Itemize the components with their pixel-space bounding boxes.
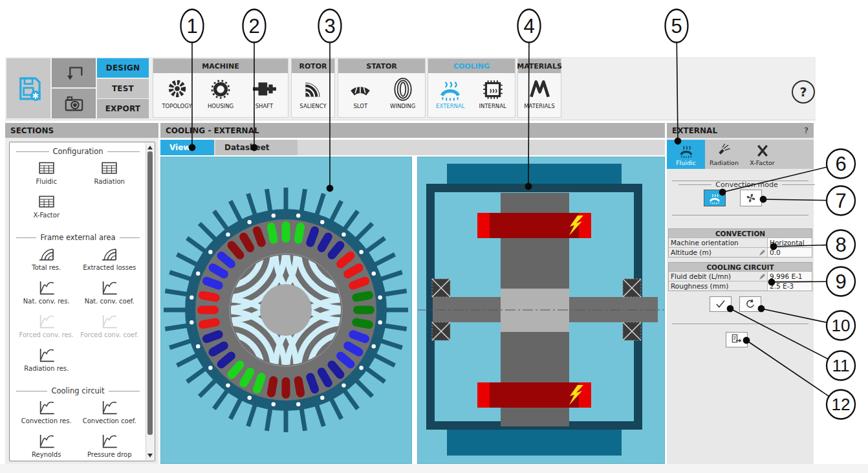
toolbar-item-saliency[interactable]: SALIENCY (293, 77, 333, 109)
section-item-nat-conv-coef[interactable]: Nat. conv. coef. (78, 277, 142, 311)
heat-icon (438, 77, 462, 102)
toolbar-item-materials[interactable]: MATERIALS (519, 77, 559, 109)
toolbar-item-label: HOUSING (208, 103, 233, 109)
callout-5: 5 (666, 10, 688, 43)
external-tab-fluidic[interactable]: Fluidic (667, 140, 705, 169)
svg-text:8: 8 (835, 234, 846, 256)
section-item-convection-coef[interactable]: Convection coef. (78, 397, 142, 430)
restore-button[interactable] (739, 296, 761, 312)
save-button[interactable] (6, 58, 50, 118)
section-item-label: Forced conv. res. (19, 331, 74, 338)
nav-export-button[interactable]: EXPORT (97, 99, 149, 118)
panel-help-icon[interactable]: ? (804, 126, 808, 135)
callout-11: 11 (827, 351, 855, 380)
forced-convection-button[interactable] (740, 190, 762, 206)
table-title: CONVECTION (669, 229, 812, 237)
external-tab-label: Radiation (710, 159, 739, 166)
arcs-icon (35, 245, 58, 263)
external-tab-x-factor[interactable]: X-Factor (743, 140, 781, 169)
section-item-fluidic[interactable]: Fluidic (15, 157, 78, 191)
section-item-label: X-Factor (33, 212, 60, 219)
external-tab-radiation[interactable]: Radiation (705, 140, 743, 169)
svg-text:6: 6 (835, 153, 846, 175)
undo-button[interactable] (52, 58, 96, 87)
toolbar-item-shaft[interactable]: SHAFT (244, 77, 285, 109)
svg-text:3: 3 (324, 15, 335, 38)
table-row: Machine orientationHorizontal (669, 237, 812, 247)
export-button[interactable] (726, 332, 748, 347)
section-item-total-res[interactable]: Total res. (15, 243, 78, 277)
toolbar-item-winding[interactable]: WINDING (383, 77, 423, 109)
curve-icon (35, 313, 58, 331)
toolbar-group-machine: MACHINETOPOLOGYHOUSINGSHAFT (153, 58, 288, 118)
nav-design-button[interactable]: DESIGN (97, 58, 149, 78)
scrollbar-thumb[interactable] (147, 151, 153, 435)
section-item-x-factor[interactable]: X-Factor (15, 191, 78, 225)
section-item-reynolds[interactable]: Reynolds (15, 430, 78, 461)
row-label: Roughness (mm) (669, 281, 767, 291)
row-value[interactable]: 0.0 (767, 248, 812, 257)
svg-text:5: 5 (671, 15, 682, 38)
external-tab-label: Fluidic (676, 159, 696, 166)
external-tabs: FluidicRadiationX-Factor (667, 140, 814, 169)
winding-icon (391, 77, 415, 102)
tab-datasheet[interactable]: Datasheet (215, 140, 298, 155)
snapshot-button[interactable] (52, 89, 96, 118)
sections-panel: ConfigurationFluidicRadiationX-FactorFra… (5, 138, 158, 464)
axial-cross-section (418, 157, 664, 463)
section-item-label: Total res. (32, 264, 61, 271)
check-icon (713, 298, 728, 311)
table-row: Roughness (mm)2.5 E-3 (669, 281, 812, 291)
nav-test-button[interactable]: TEST (97, 79, 149, 98)
svg-text:4: 4 (523, 15, 534, 38)
section-legend: Frame external area (16, 233, 140, 242)
toolbar-item-external[interactable]: EXTERNAL (430, 77, 470, 109)
toolbar-item-label: WINDING (390, 103, 415, 109)
apply-button[interactable] (710, 296, 732, 312)
toolbar-item-topology[interactable]: TOPOLOGY (157, 77, 197, 109)
table-row: Altitude (m)0.0 (669, 247, 812, 257)
convection-mode-legend: Convection mode (678, 181, 815, 189)
curve-icon (35, 432, 58, 450)
section-item-radiation-res[interactable]: Radiation res. (15, 344, 78, 378)
group-header: STATOR (338, 59, 425, 73)
sidebar-scrollbar[interactable] (146, 143, 154, 460)
camera-icon (63, 93, 85, 115)
callout-9: 9 (827, 267, 855, 296)
section-item-label: Extracted losses (83, 264, 136, 271)
toolbar-group-materials: MATERIALSMATERIALS (517, 58, 561, 118)
curve-icon (98, 432, 121, 450)
toolbar-item-label: EXTERNAL (436, 103, 464, 109)
divider (672, 215, 808, 215)
toolbar-group-stator: STATORSLOTWINDING (338, 58, 426, 118)
toolbar-item-internal[interactable]: INTERNAL (473, 77, 513, 109)
section-item-forced-conv-coef: Forced conv. coef. (78, 311, 142, 344)
toolbar-group-cooling: COOLINGEXTERNALINTERNAL (428, 58, 515, 118)
help-button[interactable]: ? (792, 80, 815, 104)
toolbar-item-label: SHAFT (255, 103, 274, 109)
tab-view[interactable]: View (160, 140, 214, 155)
section-item-label: Radiation res. (24, 365, 69, 372)
scroll-down-icon[interactable] (147, 454, 153, 457)
axial-view[interactable] (417, 157, 665, 464)
section-item-extracted-losses[interactable]: Extracted losses (78, 243, 142, 277)
natural-convection-button[interactable] (704, 190, 726, 206)
toolbar-item-slot[interactable]: SLOT (340, 77, 380, 109)
svg-text:1: 1 (186, 15, 197, 38)
group-header: MATERIALS (518, 59, 561, 73)
row-value[interactable]: 9.996 E-1 (767, 272, 812, 281)
xfactor-icon (754, 143, 771, 159)
row-value: 2.5 E-3 (767, 281, 812, 291)
radial-view[interactable] (160, 157, 412, 464)
curve-icon (35, 399, 58, 417)
scroll-up-icon[interactable] (147, 146, 153, 149)
section-item-pressure-drop[interactable]: Pressure drop (78, 430, 142, 461)
callout-4: 4 (518, 10, 541, 43)
section-item-radiation[interactable]: Radiation (78, 157, 142, 191)
svg-text:10: 10 (832, 316, 851, 335)
section-item-nat-conv-res[interactable]: Nat. conv. res. (15, 277, 78, 311)
section-item-label: Radiation (94, 178, 125, 185)
toolbar-item-housing[interactable]: HOUSING (201, 77, 241, 109)
section-item-convection-res[interactable]: Convection res. (15, 397, 78, 430)
sections-header: SECTIONS (5, 123, 158, 138)
